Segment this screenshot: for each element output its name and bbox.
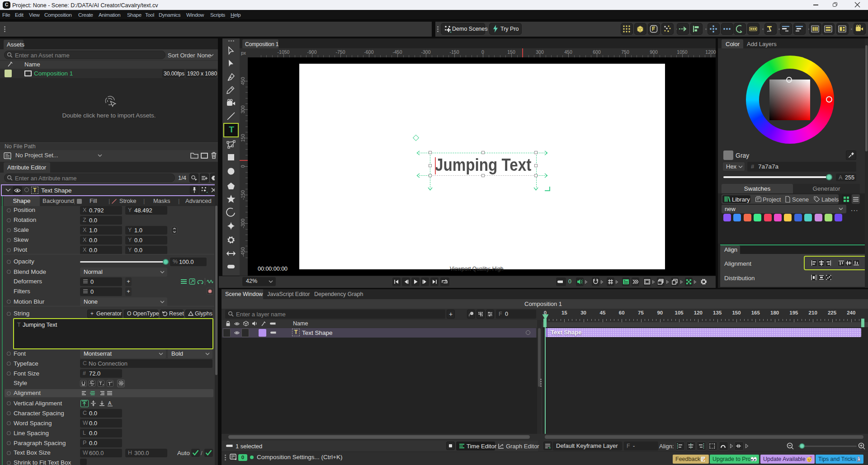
svg-text:A: A [108, 400, 112, 406]
